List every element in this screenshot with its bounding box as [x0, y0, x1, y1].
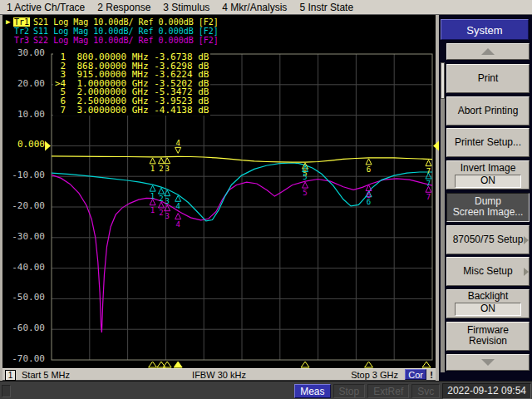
softkey-label: Backlight — [468, 291, 509, 302]
softkey-label: Print — [478, 73, 499, 84]
stimulus-bar: 1 Start 5 MHz IFBW 30 kHz Stop 3 GHz Cor… — [2, 368, 436, 381]
trace-name-label: Tr2 — [13, 27, 30, 36]
marker-table-row-7: 7 3.0000000 GHz -4.4138 dB — [55, 106, 209, 116]
warning-indicator: ! — [430, 370, 433, 380]
y-axis-label: 30.00 — [2, 48, 45, 58]
trace-status-list: ▶Tr1S21 Log Mag 10.00dB/ Ref 0.000dB [F2… — [6, 17, 219, 45]
softkey-scrollbar-thumb[interactable] — [441, 62, 445, 99]
marker-table: 1 800.00000 MHz -3.6738 dB 2 868.00000 M… — [53, 52, 210, 116]
trace-definition-label: S21 Log Mag 10.00dB/ Ref 0.000dB [F2] — [33, 17, 219, 27]
submenu-arrow-icon — [524, 236, 529, 244]
softkey-label: Revision — [469, 336, 507, 347]
stop-frequency-label: Stop 3 GHz — [351, 370, 398, 380]
stop-status-indicator: Stop — [333, 384, 366, 398]
down-triangle-icon — [481, 359, 495, 366]
y-axis-label: -30.00 — [2, 232, 45, 242]
softkey-87050-75-setup[interactable]: 87050/75 Setup — [446, 225, 530, 254]
softkey-toggle-state: ON — [455, 175, 521, 188]
menu-item-3[interactable]: 3 Stimulus — [163, 2, 209, 13]
correction-status-badge: Cor — [405, 369, 426, 380]
menu-item-5[interactable]: 5 Instr State — [299, 2, 353, 13]
trace-status-tr2[interactable]: ▶Tr2S11 Log Mag 10.00dB/ Ref 0.000dB [F2… — [6, 27, 219, 36]
softkey-panel: System PrintAbort PrintingPrinter Setup.… — [439, 15, 532, 381]
y-axis-label: 20.00 — [2, 79, 45, 89]
softkey-printer-setup[interactable]: Printer Setup... — [446, 128, 530, 157]
trace-definition-label: S22 Log Mag 10.00dB/ Ref 0.000dB [F2] — [33, 36, 219, 45]
menu-item-1[interactable]: 1 Active Ch/Trace — [7, 2, 85, 13]
trace-name-label: Tr1 — [13, 17, 30, 27]
y-axis-label: -20.00 — [2, 201, 45, 211]
softkey-menu-title: System — [441, 19, 529, 40]
trace-status-tr1[interactable]: ▶Tr1S21 Log Mag 10.00dB/ Ref 0.000dB [F2… — [6, 17, 219, 27]
softkey-misc-setup[interactable]: Misc Setup — [446, 257, 530, 286]
active-trace-arrow: ▶ — [6, 17, 13, 27]
softkey-scrollbar[interactable] — [441, 62, 445, 372]
softkey-toggle-state: ON — [455, 303, 521, 316]
y-axis-label: -70.00 — [2, 354, 45, 364]
softkey-print[interactable]: Print — [446, 64, 530, 93]
status-indicators: Meas Stop ExtRef Svc 2022-09-12 09:54 — [294, 383, 531, 399]
softkey-invert-image[interactable]: Invert ImageON — [446, 160, 530, 190]
menu-item-4[interactable]: 4 Mkr/Analysis — [222, 2, 287, 13]
softkey-scroll-down-button[interactable] — [446, 354, 530, 371]
softkey-label: 87050/75 Setup — [453, 234, 524, 245]
menu-item-2[interactable]: 2 Response — [97, 2, 150, 13]
softkey-abort-printing[interactable]: Abort Printing — [446, 96, 530, 126]
up-triangle-icon — [481, 48, 495, 55]
trace-name-label: Tr3 — [13, 36, 30, 45]
y-axis-label: 0.000 — [2, 140, 45, 150]
trace-status-tr3[interactable]: ▶Tr3S22 Log Mag 10.00dB/ Ref 0.000dB [F2… — [6, 36, 219, 45]
y-axis-label: -10.00 — [2, 170, 45, 180]
softkey-dump-screen-image[interactable]: DumpScreen Image... — [446, 193, 530, 222]
datetime-display: 2022-09-12 09:54 — [442, 383, 531, 399]
menu-bar: 1 Active Ch/Trace2 Response3 Stimulus4 M… — [0, 0, 532, 15]
trace-definition-label: S11 Log Mag 10.00dB/ Ref 0.000dB [F2] — [33, 27, 219, 36]
status-left-cell — [2, 385, 11, 397]
softkey-label: Screen Image... — [453, 207, 524, 218]
softkey-label: Printer Setup... — [455, 137, 521, 148]
y-axis-label: -40.00 — [2, 263, 45, 273]
y-axis-label: -60.00 — [2, 323, 45, 333]
submenu-arrow-icon — [524, 268, 529, 276]
softkey-label: Invert Image — [461, 163, 516, 174]
softkey-label: Misc Setup — [463, 266, 512, 277]
status-bar: Meas Stop ExtRef Svc 2022-09-12 09:54 — [0, 381, 532, 399]
softkey-label: Abort Printing — [458, 106, 519, 116]
meas-status-indicator: Meas — [294, 384, 330, 398]
y-axis-label: 10.00 — [2, 110, 45, 120]
svc-status-indicator: Svc — [411, 384, 440, 398]
softkey-scroll-up-button[interactable] — [446, 43, 530, 60]
softkey-firmware-revision[interactable]: FirmwareRevision — [446, 322, 530, 351]
softkey-backlight[interactable]: BacklightON — [446, 289, 530, 318]
y-axis-label: -50.00 — [2, 293, 45, 303]
extref-status-indicator: ExtRef — [367, 384, 409, 398]
